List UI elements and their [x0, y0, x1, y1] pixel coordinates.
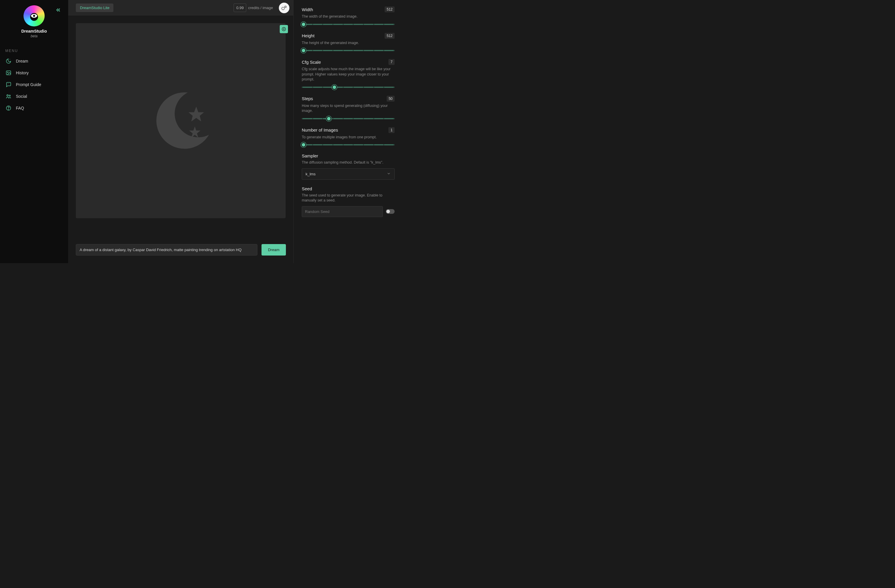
slider-thumb[interactable] [332, 85, 337, 90]
logo [24, 5, 45, 26]
image-canvas [76, 23, 285, 218]
chevron-down-icon [387, 171, 391, 177]
sidebar-item-label: Prompt Guide [16, 82, 41, 87]
setting-label: Steps [302, 96, 313, 101]
slider-thumb[interactable] [301, 48, 306, 53]
close-canvas-button[interactable] [280, 25, 288, 33]
setting-height: Height 512 The height of the generated i… [302, 33, 394, 53]
sidebar-item-faq[interactable]: FAQ [0, 102, 68, 114]
setting-num-images: Number of Images 1 To generate multiple … [302, 127, 394, 147]
setting-label: Sampler [302, 153, 318, 158]
brand-sub: beta [30, 34, 37, 38]
cfg-slider[interactable] [302, 85, 394, 89]
seed-toggle[interactable] [386, 209, 394, 214]
svg-rect-2 [6, 71, 11, 74]
sidebar-collapse-button[interactable] [55, 7, 61, 14]
credits-label: credits / image [248, 6, 273, 10]
brand-name: DreamStudio [21, 29, 47, 33]
seed-input[interactable] [302, 206, 383, 217]
setting-desc: The height of the generated image. [302, 41, 394, 46]
image-icon [5, 70, 12, 76]
sidebar-item-label: History [16, 70, 29, 75]
svg-point-3 [8, 72, 8, 73]
help-icon [5, 105, 12, 111]
sidebar-item-dream[interactable]: Dream [0, 55, 68, 67]
sidebar-item-history[interactable]: History [0, 67, 68, 79]
setting-width: Width 512 The width of the generated ima… [302, 6, 394, 26]
svg-marker-11 [188, 107, 204, 121]
height-slider[interactable] [302, 48, 394, 53]
setting-label: Seed [302, 186, 312, 191]
width-slider[interactable] [302, 22, 394, 26]
num-slider[interactable] [302, 143, 394, 147]
setting-value: 512 [385, 33, 394, 39]
svg-point-9 [285, 6, 287, 8]
chat-icon [5, 82, 12, 88]
setting-value: 50 [387, 96, 394, 102]
setting-desc: To generate multiple images from one pro… [302, 135, 394, 140]
settings-panel: Width 512 The width of the generated ima… [294, 0, 400, 263]
setting-seed: Seed The seed used to generate your imag… [302, 186, 394, 217]
sampler-select[interactable]: k_lms [302, 168, 394, 180]
sidebar-item-label: Social [16, 94, 27, 99]
slider-thumb[interactable] [326, 116, 331, 121]
sidebar-item-label: Dream [16, 59, 28, 64]
topbar: DreamStudio Lite 0.99 credits / image [68, 0, 294, 15]
setting-cfg: Cfg Scale 7 Cfg scale adjusts how much t… [302, 59, 394, 89]
svg-point-4 [7, 95, 8, 96]
setting-desc: The diffusion sampling method. Default i… [302, 160, 394, 165]
setting-desc: The seed used to generate your image. En… [302, 193, 394, 203]
sidebar-item-prompt-guide[interactable]: Prompt Guide [0, 79, 68, 91]
setting-desc: Cfg scale adjusts how much the image wil… [302, 67, 394, 82]
users-icon [5, 93, 12, 99]
setting-steps: Steps 50 How many steps to spend generat… [302, 96, 394, 121]
setting-desc: How many steps to spend generating (diff… [302, 103, 394, 114]
avatar[interactable] [279, 3, 290, 13]
svg-point-8 [282, 7, 284, 10]
svg-marker-12 [189, 126, 200, 138]
lite-chip[interactable]: DreamStudio Lite [76, 3, 114, 12]
sidebar-item-social[interactable]: Social [0, 91, 68, 102]
setting-value: 1 [388, 127, 394, 133]
dream-button[interactable]: Dream [261, 244, 286, 256]
slider-thumb[interactable] [301, 22, 306, 27]
svg-point-5 [9, 95, 10, 96]
menu-header: MENU [0, 44, 68, 55]
slider-thumb[interactable] [301, 142, 306, 147]
moon-icon [5, 58, 12, 64]
setting-label: Number of Images [302, 127, 338, 132]
prompt-input[interactable] [76, 244, 257, 256]
setting-label: Height [302, 33, 314, 38]
sampler-selected: k_lms [306, 172, 316, 176]
setting-label: Cfg Scale [302, 60, 321, 65]
steps-slider[interactable] [302, 117, 394, 121]
credits-value[interactable]: 0.99 [234, 3, 246, 12]
setting-label: Width [302, 7, 313, 12]
setting-value: 7 [388, 59, 394, 65]
sidebar-item-label: FAQ [16, 106, 24, 111]
setting-sampler: Sampler The diffusion sampling method. D… [302, 153, 394, 180]
setting-value: 512 [385, 6, 394, 12]
sidebar: DreamStudio beta MENU Dream History Prom… [0, 0, 68, 263]
svg-point-1 [33, 15, 35, 17]
placeholder-moon-icon [146, 85, 216, 156]
setting-desc: The width of the generated image. [302, 14, 394, 20]
